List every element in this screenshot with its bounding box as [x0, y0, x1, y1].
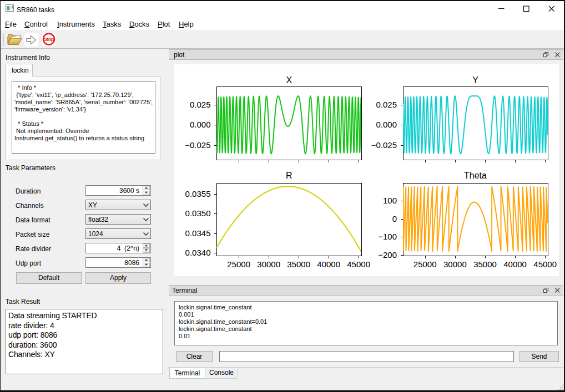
svg-text:25000: 25000	[413, 259, 437, 269]
svg-text:Y: Y	[472, 75, 478, 85]
svg-text:X: X	[286, 75, 292, 85]
svg-text:0.025: 0.025	[376, 100, 397, 109]
svg-text:35000: 35000	[473, 259, 497, 269]
svg-text:30000: 30000	[257, 259, 280, 269]
svg-text:0.0355: 0.0355	[185, 189, 211, 198]
svg-text:100: 100	[383, 196, 397, 205]
svg-text:45000: 45000	[533, 259, 557, 269]
svg-text:40000: 40000	[317, 259, 340, 269]
svg-text:0: 0	[392, 214, 397, 223]
svg-text:−200: −200	[378, 250, 397, 259]
svg-text:−0.025: −0.025	[371, 140, 397, 150]
svg-text:30000: 30000	[443, 259, 467, 269]
svg-text:25000: 25000	[227, 259, 250, 269]
svg-text:0.025: 0.025	[190, 100, 211, 109]
svg-text:35000: 35000	[287, 259, 310, 269]
svg-text:R: R	[286, 171, 292, 180]
svg-text:0.000: 0.000	[376, 120, 397, 129]
svg-text:−100: −100	[378, 232, 397, 241]
svg-text:45000: 45000	[347, 259, 370, 269]
svg-text:0.000: 0.000	[190, 120, 211, 129]
svg-text:−0.025: −0.025	[185, 140, 210, 150]
svg-text:Stop: Stop	[44, 37, 54, 42]
svg-text:0.0350: 0.0350	[185, 208, 211, 218]
svg-text:40000: 40000	[503, 259, 527, 269]
svg-text:0.0345: 0.0345	[185, 228, 211, 238]
svg-text:0.0340: 0.0340	[185, 248, 211, 257]
svg-text:Theta: Theta	[464, 171, 487, 180]
